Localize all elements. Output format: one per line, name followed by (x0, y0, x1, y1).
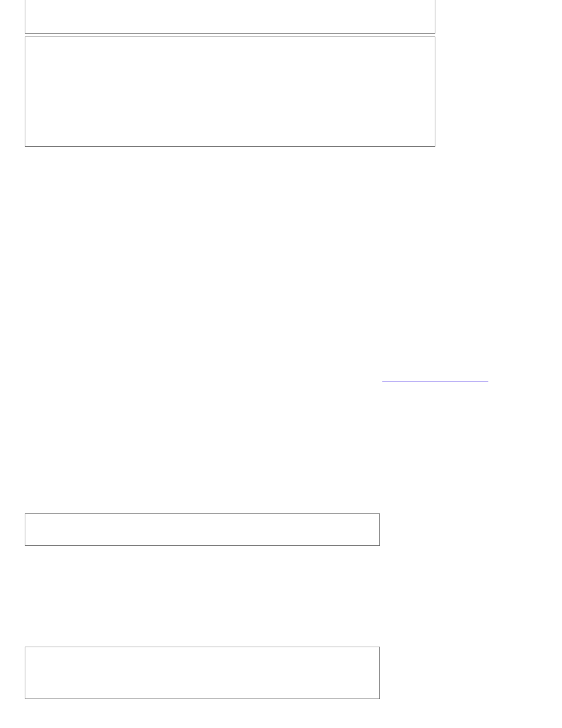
box-mid (25, 513, 380, 546)
box-bottom (25, 647, 380, 699)
box-large-top (25, 37, 435, 147)
blue-underline (382, 381, 488, 381)
box-small-top (25, 0, 435, 34)
